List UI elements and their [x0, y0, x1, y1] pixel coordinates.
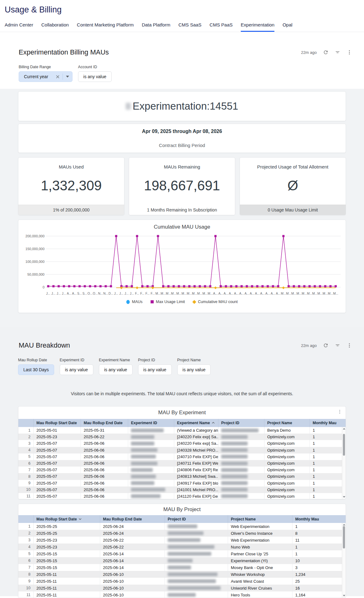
table-scrollbar[interactable]: [342, 523, 346, 597]
table-cell: 2025-06-24: [100, 530, 165, 537]
scroll-up-arrow[interactable]: [343, 428, 345, 430]
redacted-cell: [221, 475, 248, 478]
filter-chip-value: is any value: [99, 367, 132, 372]
table-cell: 2025-05-07: [33, 453, 81, 460]
svg-text:J...: J...: [114, 292, 118, 295]
table-cell: [218, 460, 264, 467]
table-cell: Optimizely.com: [264, 447, 310, 453]
svg-text:M...: M...: [187, 292, 192, 295]
refresh-icon[interactable]: [323, 50, 329, 55]
scrollbar-thumb[interactable]: [343, 434, 345, 456]
svg-text:A...: A...: [245, 292, 249, 295]
svg-text:J...: J...: [130, 292, 134, 295]
row-number: 5: [18, 550, 33, 557]
tab-experimentation[interactable]: Experimentation: [241, 22, 274, 32]
diamond-marker: [192, 300, 196, 304]
contract-date-range: Apr 09, 2025 through Apr 08, 2026: [18, 124, 346, 134]
filter-icon[interactable]: [335, 343, 340, 348]
table-body: 12025-05-252025-06-24Web Experimentation…: [18, 523, 346, 598]
tab-cms-paas[interactable]: CMS PaaS: [210, 22, 233, 32]
column-header-mau-rollup-end-date[interactable]: Mau Rollup End Date: [100, 515, 165, 523]
column-header-project-name[interactable]: Project Name: [264, 419, 310, 427]
column-header-experiment-name[interactable]: Experiment Name: [174, 419, 218, 427]
tab-opal[interactable]: Opal: [282, 22, 292, 32]
mau-by-project-table: MAU By Project Mau Rollup Start DateMau …: [18, 504, 346, 598]
filter-chip-account-id[interactable]: is any value: [78, 71, 112, 82]
scroll-down-arrow[interactable]: [343, 496, 345, 498]
filter-chip-mau-rollup-date[interactable]: Last 30 Days: [18, 364, 54, 375]
billing-filters: Billing Date RangeCurrent yearAccount ID…: [19, 65, 352, 82]
svg-text:O...: O...: [87, 292, 92, 295]
column-header-experiment-id[interactable]: Experiment ID: [128, 419, 174, 427]
table-cell: 2025-05-07: [33, 467, 81, 473]
tab-cms-saas[interactable]: CMS SaaS: [178, 22, 201, 32]
table-cell: Mosey Bank - Opti One: [228, 564, 292, 571]
filter-chip-experiment-id[interactable]: is any value: [60, 364, 93, 375]
redacted-cell: [131, 481, 154, 485]
filter-chip-project-id[interactable]: is any value: [138, 364, 172, 375]
tab-content-marketing-platform[interactable]: Content Marketing Platform: [77, 22, 134, 32]
redacted-cell: [221, 448, 248, 452]
table-cell: [240806 Felix EXP] Re...: [174, 467, 218, 473]
svg-text:M...: M...: [192, 292, 197, 295]
tab-data-platform[interactable]: Data Platform: [142, 22, 170, 32]
table-cell: [128, 467, 174, 473]
tab-admin-center[interactable]: Admin Center: [5, 22, 33, 32]
redacted-cell: [168, 552, 211, 556]
table-scrollbar[interactable]: [342, 427, 346, 499]
column-header-mau-rollup-end-date[interactable]: Mau Rollup End Date: [81, 419, 128, 427]
row-number: 7: [18, 467, 33, 473]
sort-asc-icon: [212, 421, 215, 425]
table-cell: [218, 486, 264, 493]
kpi-value: 1,332,309: [18, 178, 124, 193]
svg-text:M...: M...: [307, 292, 312, 295]
scroll-down-arrow[interactable]: [343, 595, 345, 596]
legend-item-maus[interactable]: MAUs: [126, 300, 142, 304]
filter-chip-project-name[interactable]: is any value: [177, 364, 211, 375]
tab-collaboration[interactable]: Collaboration: [41, 22, 69, 32]
kebab-menu-icon[interactable]: [347, 50, 352, 55]
table-cell: [240813 Michiel] Swa...: [174, 473, 218, 480]
kebab-menu-icon[interactable]: [337, 409, 343, 415]
kebab-menu-icon[interactable]: [347, 343, 352, 348]
table-cell: 2025-06-06: [81, 460, 128, 467]
column-header-rownum[interactable]: [18, 419, 33, 427]
row-number: 6: [18, 460, 33, 467]
clear-filter-icon[interactable]: [53, 75, 63, 78]
kpi-label: MAUs Remaining: [129, 164, 235, 169]
redacted-cell: [168, 593, 196, 597]
svg-text:0: 0: [43, 285, 44, 289]
filter-chip-billing-date-range[interactable]: Current year: [19, 71, 72, 82]
filter-chip-experiment-name[interactable]: is any value: [99, 364, 133, 375]
filter-icon[interactable]: [335, 50, 340, 55]
scroll-up-arrow[interactable]: [343, 524, 345, 525]
column-header-mau-rollup-start-date[interactable]: Mau Rollup Start Date: [33, 419, 81, 427]
column-header-project-id[interactable]: Project ID: [165, 515, 228, 523]
svg-text:A...: A...: [67, 292, 72, 295]
column-header-project-name[interactable]: Project Name: [228, 515, 292, 523]
table-cell: [165, 530, 228, 537]
refresh-icon[interactable]: [323, 343, 329, 348]
column-header-label: Mau Rollup Start Date: [36, 421, 77, 425]
scrollbar-thumb[interactable]: [343, 526, 345, 548]
legend-item-cumulative-mau-count[interactable]: Cumulative MAU count: [193, 300, 238, 304]
table-cell: 1: [292, 523, 343, 530]
table-cell: 2025-05-23: [33, 543, 100, 550]
column-header-mau-rollup-start-date[interactable]: Mau Rollup Start Date: [33, 515, 100, 523]
legend-item-max-usage-limit[interactable]: Max Usage Limit: [151, 300, 185, 304]
column-header-monthly-mau[interactable]: Monthly Mau: [292, 515, 343, 523]
table-cell: [218, 434, 264, 440]
table-cell: [165, 564, 228, 571]
row-number: 1: [18, 523, 33, 530]
column-header-monthly-mau[interactable]: Monthly Mau: [310, 419, 343, 427]
column-header-project-id[interactable]: Project ID: [218, 419, 264, 427]
chevron-down-icon[interactable]: [63, 76, 72, 78]
column-header-rownum[interactable]: [18, 515, 33, 523]
table-row: 72025-05-152025-06-14Mosey Bank - Opti O…: [18, 564, 346, 571]
table-cell: 2025-05-07: [33, 440, 81, 447]
table-header-row: Mau Rollup Start DateMau Rollup End Date…: [18, 419, 346, 427]
cumulative-mau-chart[interactable]: 050,000,000100,000,000150,000,000200,000…: [18, 230, 346, 297]
account-banner-text: Experimentation:14551: [133, 100, 238, 112]
table-cell: 1: [310, 480, 343, 486]
svg-text:J...: J...: [124, 292, 128, 295]
